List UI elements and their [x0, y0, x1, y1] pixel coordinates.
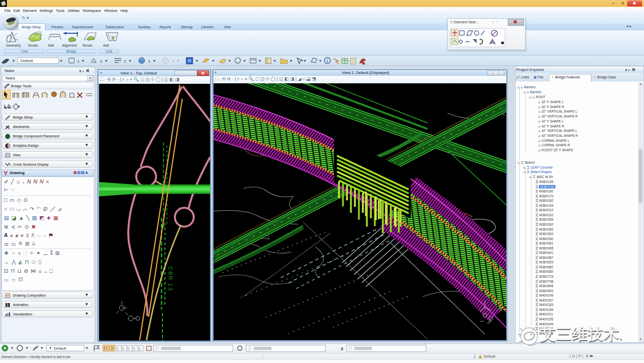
svg-text:Z: Z	[341, 347, 343, 351]
svg-text:🖈 Default: 🖈 Default	[49, 346, 66, 351]
svg-text:CBR 13: CBR 13	[167, 266, 173, 292]
svg-text:Default: Default	[20, 59, 33, 63]
svg-text:1: 1	[148, 59, 151, 63]
svg-text:|·: |·	[128, 347, 130, 351]
svg-text:|·: |·	[139, 347, 141, 351]
svg-text:|·: |·	[117, 347, 119, 351]
svg-text:|·: |·	[134, 347, 136, 351]
svg-text:1: 1	[172, 59, 174, 63]
svg-text:|·: |·	[123, 347, 125, 351]
svg-text:1: 1	[77, 59, 80, 63]
svg-text:1: 1	[124, 59, 126, 63]
svg-text:1: 1	[100, 59, 103, 63]
